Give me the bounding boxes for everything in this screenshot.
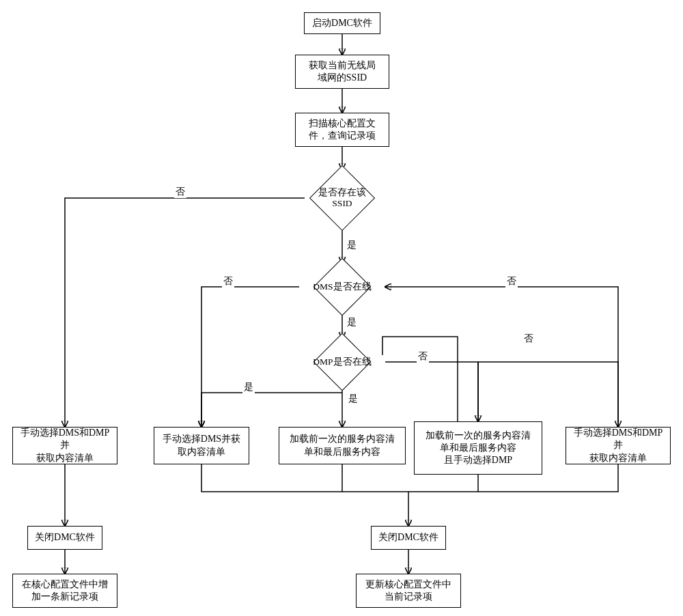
label-no: 否 — [505, 275, 518, 288]
label-no: 否 — [222, 275, 234, 288]
node-text: 扫描核心配置文件，查询记录项 — [309, 117, 376, 142]
label-yes: 是 — [346, 239, 358, 251]
node-text: 更新核心配置文件中当前记录项 — [365, 578, 451, 603]
node-start-dmc: 启动DMC软件 — [304, 12, 380, 34]
label-no: 否 — [417, 350, 429, 363]
decision-ssid-exists: 是否存在该SSID — [305, 169, 380, 227]
label-yes: 是 — [346, 316, 358, 328]
node-text: 加载前一次的服务内容清单和最后服务内容且手动选择DMP — [426, 430, 531, 467]
node-text: 获取当前无线局域网的SSID — [309, 59, 376, 84]
node-text: 手动选择DMS和DMP并获取内容清单 — [570, 427, 666, 464]
node-load-prev-manual-dmp: 加载前一次的服务内容清单和最后服务内容且手动选择DMP — [414, 421, 542, 475]
decision-text: 是否存在该SSID — [318, 187, 366, 209]
node-text: 加载前一次的服务内容清单和最后服务内容 — [290, 433, 395, 458]
node-load-prev: 加载前一次的服务内容清单和最后服务内容 — [279, 427, 406, 464]
node-close-dmc-right: 关闭DMC软件 — [371, 526, 446, 550]
decision-text: DMS是否在线 — [313, 281, 371, 292]
node-text: 关闭DMC软件 — [378, 531, 438, 544]
node-add-record: 在核心配置文件中增加一条新记录项 — [12, 574, 117, 608]
label-yes: 是 — [242, 381, 255, 393]
node-update-record: 更新核心配置文件中当前记录项 — [356, 574, 461, 608]
decision-dmp-online: DMP是否在线 — [299, 338, 385, 386]
node-get-ssid: 获取当前无线局域网的SSID — [295, 55, 389, 89]
decision-text: DMP是否在线 — [313, 356, 371, 367]
node-manual-dms-dmp-right: 手动选择DMS和DMP并获取内容清单 — [566, 427, 671, 464]
node-manual-dms: 手动选择DMS并获取内容清单 — [154, 427, 249, 464]
node-text: 在核心配置文件中增加一条新记录项 — [22, 578, 108, 603]
node-text: 关闭DMC软件 — [35, 531, 95, 544]
node-close-dmc-left: 关闭DMC软件 — [27, 526, 102, 550]
node-text: 启动DMC软件 — [312, 17, 372, 29]
decision-dms-online: DMS是否在线 — [299, 263, 385, 311]
node-text: 手动选择DMS并获取内容清单 — [163, 433, 240, 458]
node-scan-config: 扫描核心配置文件，查询记录项 — [295, 113, 389, 147]
node-text: 手动选择DMS和DMP并获取内容清单 — [17, 427, 113, 464]
node-manual-dms-dmp-left: 手动选择DMS和DMP并获取内容清单 — [12, 427, 117, 464]
label-no: 否 — [174, 186, 186, 198]
label-yes: 是 — [347, 393, 359, 405]
label-no: 否 — [522, 333, 535, 345]
